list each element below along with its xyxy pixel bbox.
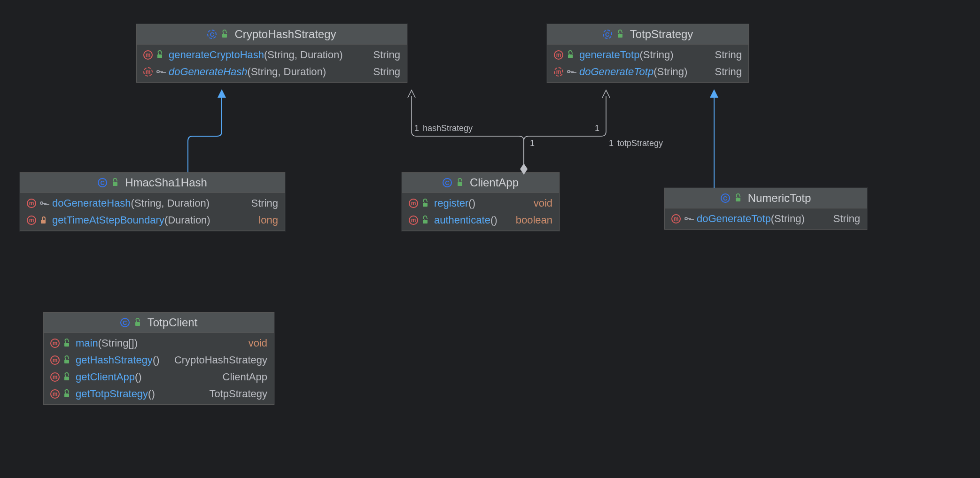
member-row[interactable]: m register() void [402,195,559,212]
method-params: (String) [771,213,805,224]
class-icon: C [98,178,107,187]
method-name: register [434,197,468,209]
method-name: generateCryptoHash [169,49,264,61]
class-header: C TotpStrategy [547,24,748,45]
class-body: m generateTotp(String) String m doGenera… [547,45,748,82]
protected-icon [567,69,574,75]
class-body: m doGenerateHash(String, Duration) Strin… [20,193,285,231]
method-name: authenticate [434,214,490,226]
assoc-multiplicity: 1 [595,123,599,133]
public-icon [617,31,623,38]
protected-icon [684,216,691,222]
method-name: getClientApp [76,371,135,383]
public-icon [457,179,463,186]
class-body: m main(String[]) void m getHashStrategy(… [44,333,274,404]
class-name: CryptoHashStrategy [234,28,336,41]
class-name: ClientApp [470,176,519,189]
svg-marker-1 [710,89,718,98]
class-header: C CryptoHashStrategy [137,24,407,45]
class-totp-strategy[interactable]: C TotpStrategy m generateTotp(String) St… [547,24,749,83]
method-icon: m [50,355,60,365]
member-row[interactable]: m main(String[]) void [44,335,274,352]
class-numeric-totp[interactable]: C NumericTotp m doGenerateTotp(String) S… [664,188,867,230]
public-icon [63,340,70,347]
class-header: C TotpClient [44,313,274,333]
public-icon [134,319,141,326]
class-client-app[interactable]: C ClientApp m register() void m authenti… [402,172,560,231]
method-icon: m [409,216,418,225]
class-body: m register() void m authenticate() boole… [402,193,559,231]
method-params: () [490,214,498,226]
class-totp-client[interactable]: C TotpClient m main(String[]) void m get… [43,312,274,405]
method-icon: m [143,67,153,77]
class-icon: C [603,30,612,39]
method-return: void [249,337,267,349]
method-return: String [251,197,278,209]
member-row[interactable]: m doGenerateTotp(String) String [665,210,867,227]
protected-icon [156,69,163,75]
method-icon: m [27,199,36,208]
member-row[interactable]: m doGenerateTotp(String) String [547,63,748,80]
method-name: doGenerateTotp [579,66,653,77]
assoc-multiplicity: 1 [530,139,535,148]
class-icon: C [443,178,452,187]
member-row[interactable]: m generateTotp(String) String [547,46,748,63]
class-hmac-sha1-hash[interactable]: C HmacSha1Hash m doGenerateHash(String, … [20,172,285,231]
method-icon: m [671,214,681,224]
method-icon: m [554,67,563,77]
method-return: String [373,49,400,61]
method-return: String [715,49,742,61]
member-row[interactable]: m doGenerateHash(String, Duration) Strin… [20,195,285,212]
class-header: C NumericTotp [665,188,867,208]
public-icon [567,52,574,58]
method-name: generateTotp [579,49,639,61]
assoc-name-hashstrategy: hashStrategy [423,123,473,133]
assoc-name-totpstrategy: totpStrategy [617,139,663,148]
method-icon: m [50,389,60,399]
method-return: long [258,214,278,226]
method-name: getTimeAtStepBoundary [52,214,164,226]
class-icon: C [120,318,130,327]
method-return: String [715,66,742,78]
class-header: C ClientApp [402,173,559,193]
method-icon: m [27,216,36,225]
public-icon [63,357,70,363]
member-row[interactable]: m getTotpStrategy() TotpStrategy [44,385,274,402]
class-name: NumericTotp [748,192,811,205]
class-icon: C [721,193,730,203]
member-row[interactable]: m getClientApp() ClientApp [44,369,274,385]
public-icon [221,31,228,38]
member-row[interactable]: m generateCryptoHash(String, Duration) S… [137,46,407,63]
public-icon [422,217,428,224]
method-params: () [135,371,142,383]
method-params: (String) [653,66,687,77]
method-params: (String) [639,49,673,61]
method-return: String [833,213,860,225]
method-return: TotpStrategy [209,388,267,400]
class-icon: C [207,30,217,39]
method-name: doGenerateHash [52,197,131,209]
method-params: (String, Duration) [131,197,210,209]
method-return: String [373,66,400,78]
member-row[interactable]: m doGenerateHash(String, Duration) Strin… [137,63,407,80]
class-body: m doGenerateTotp(String) String [665,208,867,229]
method-return: ClientApp [223,371,267,383]
method-params: (Duration) [164,214,210,226]
member-row[interactable]: m getHashStrategy() CryptoHashStrategy [44,352,274,369]
method-return: CryptoHashStrategy [174,354,267,366]
member-row[interactable]: m authenticate() boolean [402,212,559,229]
method-name: getTotpStrategy [76,388,148,400]
class-name: TotpStrategy [630,28,693,41]
public-icon [112,179,118,186]
method-icon: m [409,199,418,208]
method-name: doGenerateTotp [697,213,771,224]
class-name: TotpClient [148,316,198,329]
public-icon [156,52,163,58]
class-name: HmacSha1Hash [125,176,207,189]
method-name: main [76,337,98,349]
svg-marker-0 [218,89,226,98]
member-row[interactable]: m getTimeAtStepBoundary(Duration) long [20,212,285,229]
method-icon: m [50,372,60,382]
public-icon [63,391,70,397]
class-crypto-hash-strategy[interactable]: C CryptoHashStrategy m generateCryptoHas… [136,24,407,83]
